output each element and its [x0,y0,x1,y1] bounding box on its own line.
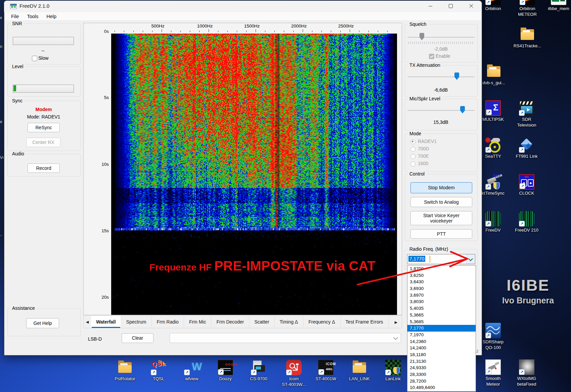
tab-frm-radio[interactable]: Frm Radio [152,316,184,328]
freq-option-5-4035[interactable]: 5,4035 [407,305,476,312]
control-group-label: Control [408,171,426,177]
freq-option-3-6250[interactable]: 3,6250 [407,272,476,279]
desktop-icon-cs-9700[interactable]: ↗CS-9700 [243,360,274,382]
time-axis-label: 0s [93,29,109,34]
desktop-icon-i6ibe-mem[interactable]: Xi6ibe_mem [543,0,571,12]
freq-option-18-1180[interactable]: 18,1180 [407,351,476,358]
text-message-field[interactable] [170,333,401,343]
get-help-button[interactable]: Get Help [26,318,59,328]
freq-option-28-3300[interactable]: 28,3300 [407,371,476,378]
menu-help[interactable]: Help [42,13,60,20]
desktop-icon-wxtoimg[interactable]: ↗WXtoIMG betaFixed [511,359,542,387]
desktop-icon-wfview[interactable]: W↗wfview [176,360,207,382]
mode-radio-700e[interactable] [410,154,415,159]
tab-frequency[interactable]: Frequency Δ [303,316,340,328]
center-rx-button[interactable]: Center RX [26,138,60,147]
freq-option-3-8030[interactable]: 3,8030 [407,298,476,305]
freq-option-24-9330[interactable]: 24,9330 [407,364,476,371]
mode-radio-1600[interactable] [410,161,415,166]
desktop-icon-icom[interactable]: ↗Icom ST-4003W... [278,360,309,388]
freq-option-5-3665[interactable]: 5,3665 [407,312,476,318]
desktop-icon-multipsk[interactable]: Σ↗MULTIPSK [478,100,509,122]
menu-tools[interactable]: Tools [23,13,42,20]
snr-value: -- [13,48,73,53]
desktop-icon-orbitron[interactable]: ↗Orbitron METEOR [512,0,543,17]
mode-radio-radev1[interactable] [410,139,415,144]
desktop-icon-freedv-210[interactable]: ↗FreeDV 210 [511,211,542,233]
freq-option-3-6930[interactable]: 3,6930 [407,285,476,292]
freq-option-1-8700[interactable]: 1,8700 [407,265,476,272]
mode-radio-700d[interactable] [410,147,415,152]
tx-attenuation-slider-track[interactable] [407,77,475,77]
radio-freq-combobox[interactable]: 7,1770 [407,254,475,264]
desktop-icon-label: FreeDV 210 [511,228,542,233]
desktop-icon-st-4001w[interactable]: ICOM4001↗ST-4001W [310,360,341,382]
minimize-button[interactable] [423,1,438,11]
tab-scroll-left-icon[interactable]: ◀ [84,316,91,328]
icom4001-icon: ICOM4001↗ [318,360,334,375]
axis-tick-mark [387,31,388,32]
record-button[interactable]: Record [28,163,60,173]
shortcut-arrow-icon: ↗ [218,369,224,375]
desktop-icon-freedv[interactable]: ↗FreeDV [478,211,509,233]
chevron-down-icon[interactable] [393,335,398,340]
freq-option-3-6430[interactable]: 3,6430 [407,279,476,285]
tqsl-icon: QSL↗ [151,360,166,375]
desktop-icon-tqsl[interactable]: QSL↗TQSL [143,360,174,382]
tab-frm-mic[interactable]: Frm Mic [184,316,212,328]
desktop-icon-seatty[interactable]: ↗SeaTTY [478,137,509,159]
resync-button[interactable]: ReSync [28,123,60,132]
freq-option-14-2360[interactable]: 14,2360 [407,338,476,345]
shortcut-arrow-icon: ↗ [318,369,324,375]
assistance-group-label: Assistance [10,305,37,311]
freq-option-7-1970[interactable]: 7,1970 [407,332,476,338]
freq-option-7-1770[interactable]: 7,1770 [407,325,476,332]
tab-waterfall[interactable]: Waterfall [91,316,121,328]
tab-spectrum[interactable]: Spectrum [121,316,152,328]
desktop-icon-label: RS41Tracke... [512,43,543,49]
freq-option-10-489-6400[interactable]: 10.489,6400 [407,384,476,391]
desktop-icon-doozy[interactable]: DOOZY↗Doozy [210,360,241,382]
desktop-icon-ft991-link[interactable]: ↗FT991 Link [511,137,542,159]
desktop-icon-lanlink[interactable]: ↗LanLink [378,360,408,382]
freq-option-21-3130[interactable]: 21,3130 [407,358,476,365]
desktop-icon-pstrotator[interactable]: PstRotator [109,360,140,382]
start-voice-keyer-button[interactable]: Start Voice Keyer voicekeyer [410,211,472,225]
tab-scroll-right-icon[interactable]: ▶ [392,316,400,329]
snr-slow-checkbox[interactable] [32,56,37,61]
menu-file[interactable]: File [7,13,23,20]
desktop-icon-dvb-s-gui[interactable]: dvb-s_gui... [478,64,509,86]
maximize-icon [449,4,453,8]
freq-option-28-7200[interactable]: 28,7200 [407,378,476,385]
desktop-icon-clock[interactable]: ↗CLOCK [511,174,542,196]
freq-option-5-3685[interactable]: 5,3685 [407,318,476,325]
sdrtv-icon: ↗ [519,100,534,116]
seatty-icon: ↗ [485,137,501,153]
wallpaper-callsign: I6IBE Ivo Brugnera [491,276,565,305]
ptt-button[interactable]: PTT [410,229,472,239]
tab-test-frame-errors[interactable]: Test Frame Errors [341,316,389,328]
desktop-icon-sdr[interactable]: ↗SDR Television [511,100,542,128]
tab-frm-decoder[interactable]: Frm Decoder [211,316,249,328]
title-bar[interactable] [4,1,481,12]
desktop-icon-orbitron[interactable]: ↗Orbitron [478,0,509,12]
tx-attenuation-value: -6,6dB [405,87,477,93]
tab-scatter[interactable]: Scatter [249,316,274,328]
desktop-icon-sdrsharp[interactable]: ↗SDRSharp QO-100 [478,323,509,351]
shortcut-arrow-icon: ↗ [485,221,491,227]
freq-option-3-6970[interactable]: 3,6970 [407,292,476,299]
desktop-icon-lan-link[interactable]: LAN_LINK [344,360,375,382]
squelch-enable-checkbox[interactable] [429,54,434,59]
tab-timing[interactable]: Timing Δ [274,316,303,328]
switch-to-analog-button[interactable]: Switch to Analog [410,197,472,207]
desktop-icon-smooth[interactable]: ↗Smooth Meteor [478,359,509,387]
desktop-icon-kttimesync[interactable]: BKT↗ktTimeSync [478,174,509,196]
desktop-icon-rs41tracke[interactable]: RS41Tracke... [512,27,543,49]
close-button[interactable] [464,1,479,11]
stop-modem-button[interactable]: Stop Modem [410,182,472,193]
clear-button[interactable]: Clear [122,333,153,343]
maximize-button[interactable] [443,1,458,11]
combo-dropdown-button[interactable] [466,254,475,264]
squelch-slider-track[interactable] [407,37,475,38]
freq-option-14-2400[interactable]: 14,2400 [407,345,476,351]
